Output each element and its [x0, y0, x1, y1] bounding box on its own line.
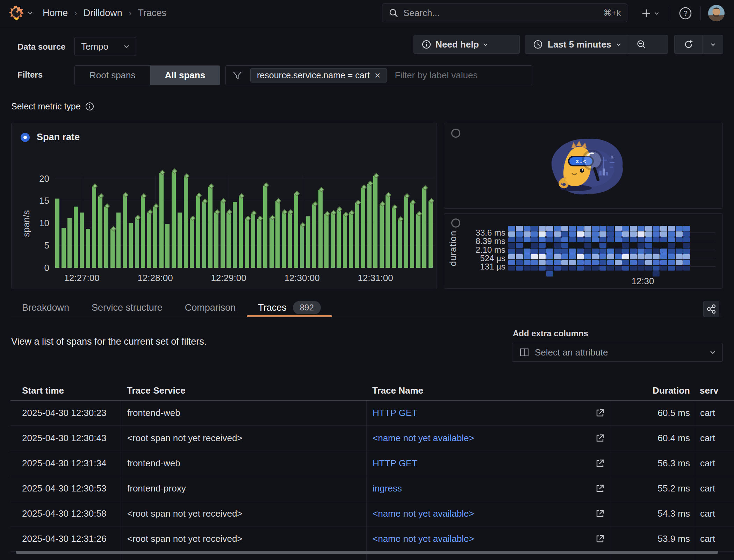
heatmap-cell[interactable] — [660, 237, 667, 243]
bar[interactable] — [55, 199, 59, 268]
bar[interactable] — [135, 218, 139, 268]
heatmap-cell[interactable] — [554, 226, 561, 231]
heatmap-cell[interactable] — [645, 243, 652, 248]
heatmap-cell[interactable] — [622, 243, 629, 248]
heatmap-cell[interactable] — [676, 260, 683, 265]
heatmap-cell[interactable] — [607, 260, 614, 265]
heatmap-cell[interactable] — [516, 243, 523, 248]
bar[interactable] — [410, 203, 414, 268]
bar[interactable] — [355, 203, 359, 268]
bar[interactable] — [190, 219, 194, 268]
heatmap-cell[interactable] — [508, 237, 515, 243]
heatmap-cell[interactable] — [569, 249, 576, 254]
bar[interactable] — [380, 204, 384, 268]
heatmap-cell[interactable] — [668, 226, 675, 231]
heatmap-cell[interactable] — [645, 266, 652, 271]
heatmap-cell[interactable] — [584, 226, 591, 231]
heatmap-cell[interactable] — [638, 226, 645, 231]
heatmap-cell[interactable] — [638, 243, 645, 248]
bar[interactable] — [178, 213, 182, 268]
heatmap-cell[interactable] — [607, 249, 614, 254]
heatmap-cell[interactable] — [584, 254, 591, 259]
bar[interactable] — [202, 202, 206, 268]
horizontal-scrollbar[interactable] — [16, 551, 718, 554]
bar[interactable] — [147, 213, 151, 268]
heatmap-cell[interactable] — [638, 231, 645, 237]
trace-name-link[interactable]: <name not yet available> — [373, 433, 474, 444]
heatmap-cell[interactable] — [584, 260, 591, 265]
bar[interactable] — [288, 213, 292, 268]
bar[interactable] — [416, 214, 420, 268]
heatmap-cell[interactable] — [683, 237, 690, 243]
heatmap-cell[interactable] — [638, 254, 645, 259]
heatmap-cell[interactable] — [615, 249, 622, 254]
trace-name-link[interactable]: HTTP GET — [373, 408, 417, 418]
heatmap-cell[interactable] — [539, 254, 546, 259]
heatmap-cell[interactable] — [524, 266, 531, 271]
heatmap-cell[interactable] — [630, 249, 637, 254]
bar[interactable] — [214, 213, 218, 268]
heatmap-cell[interactable] — [516, 231, 523, 237]
heatmap-cell[interactable] — [592, 260, 599, 265]
heatmap-cell[interactable] — [508, 266, 515, 271]
heatmap-cell[interactable] — [577, 249, 584, 254]
bar[interactable] — [104, 207, 108, 268]
heatmap-cell[interactable] — [622, 231, 629, 237]
bar[interactable] — [367, 184, 372, 268]
heatmap-cell[interactable] — [645, 254, 652, 259]
heatmap-cell[interactable] — [599, 231, 606, 237]
bar[interactable] — [245, 219, 249, 268]
bar[interactable] — [233, 202, 237, 268]
heatmap-cell[interactable] — [584, 237, 591, 243]
bar[interactable] — [123, 195, 127, 268]
heatmap-cell[interactable] — [668, 231, 675, 237]
heatmap-cell[interactable] — [645, 237, 652, 243]
heatmap-cell[interactable] — [622, 260, 629, 265]
search-input[interactable]: Search... ⌘+k — [382, 3, 627, 22]
heatmap-cell[interactable] — [531, 226, 538, 231]
heatmap-cell[interactable] — [660, 249, 667, 254]
heatmap-cell[interactable] — [630, 266, 637, 271]
column-header[interactable]: Duration — [611, 381, 695, 400]
trace-name-link[interactable]: HTTP GET — [373, 458, 417, 469]
heatmap-cell[interactable] — [516, 260, 523, 265]
metric-option-radio[interactable] — [451, 129, 460, 138]
heatmap-cell[interactable] — [539, 243, 546, 248]
bar[interactable] — [318, 190, 323, 268]
column-header[interactable]: Trace Service — [121, 381, 366, 400]
heatmap-cell[interactable] — [668, 260, 675, 265]
heatmap-cell[interactable] — [577, 231, 584, 237]
heatmap-cell[interactable] — [554, 266, 561, 271]
heatmap-cell[interactable] — [683, 254, 690, 259]
bar[interactable] — [184, 177, 188, 268]
refresh-interval-button[interactable] — [703, 35, 723, 53]
bar[interactable] — [141, 196, 145, 268]
heatmap-cell[interactable] — [554, 249, 561, 254]
heatmap-cell[interactable] — [660, 226, 667, 231]
trace-name-link[interactable]: <name not yet available> — [373, 533, 474, 544]
heatmap-cell[interactable] — [539, 260, 546, 265]
heatmap-cell[interactable] — [683, 266, 690, 271]
heatmap-cell[interactable] — [531, 237, 538, 243]
heatmap-cell[interactable] — [622, 266, 629, 271]
heatmap-cell[interactable] — [569, 226, 576, 231]
heatmap-cell[interactable] — [508, 249, 515, 254]
breadcrumb-home[interactable]: Home — [43, 8, 68, 19]
bar[interactable] — [257, 219, 261, 268]
heatmap-cell[interactable] — [546, 271, 553, 277]
remove-filter-icon[interactable]: × — [375, 71, 380, 80]
heatmap-cell[interactable] — [645, 249, 652, 254]
zoom-out-button[interactable] — [629, 35, 654, 53]
heatmap-cell[interactable] — [554, 231, 561, 237]
bar[interactable] — [337, 210, 341, 268]
heatmap-cell[interactable] — [569, 260, 576, 265]
heatmap-cell[interactable] — [668, 249, 675, 254]
datasource-select[interactable]: Tempo — [74, 37, 136, 56]
heatmap-cell[interactable] — [676, 266, 683, 271]
heatmap-cell[interactable] — [508, 254, 515, 259]
heatmap-cell[interactable] — [599, 266, 606, 271]
bar[interactable] — [404, 196, 408, 268]
bar[interactable] — [349, 213, 353, 268]
heatmap-cell[interactable] — [592, 266, 599, 271]
heatmap-cell[interactable] — [554, 237, 561, 243]
